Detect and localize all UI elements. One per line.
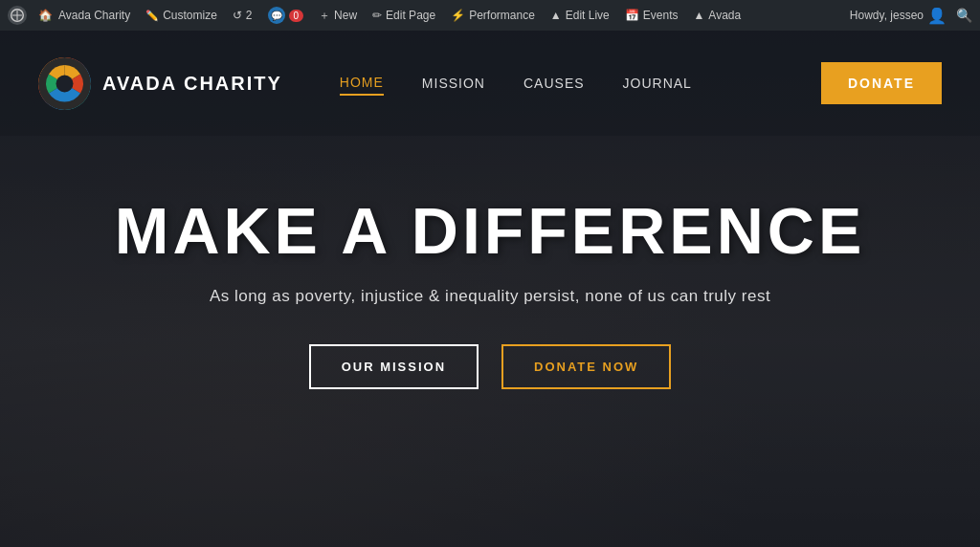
revisions-icon: ↺ xyxy=(233,9,242,22)
comments-badge: 0 xyxy=(289,10,304,22)
admin-bar-events[interactable]: 📅 Events xyxy=(619,0,684,31)
customize-icon: ✏️ xyxy=(145,10,159,22)
admin-bar-edit-page[interactable]: ✏ Edit Page xyxy=(367,0,441,31)
user-avatar-icon: 👤 xyxy=(927,7,947,25)
nav-item-home[interactable]: HOME xyxy=(340,71,384,96)
search-icon[interactable]: 🔍 xyxy=(956,8,972,23)
admin-bar-revisions[interactable]: ↺ 2 xyxy=(227,0,258,31)
events-icon: 📅 xyxy=(625,9,639,22)
comments-icon: 💬 xyxy=(268,7,285,24)
nav-item-mission[interactable]: MISSION xyxy=(422,72,485,95)
admin-bar-site-name[interactable]: 🏠 Avada Charity xyxy=(33,0,136,31)
admin-bar-customize[interactable]: ✏️ Customize xyxy=(140,0,223,31)
logo-icon xyxy=(38,57,91,110)
admin-bar-edit-live[interactable]: ▲ Edit Live xyxy=(545,0,615,31)
donate-button[interactable]: DONATE xyxy=(821,62,942,104)
donate-now-button[interactable]: DONATE NOW xyxy=(501,344,671,389)
hero-title: MAKE A DIFFERENCE xyxy=(115,193,866,268)
hero-subtitle: As long as poverty, injustice & inequali… xyxy=(210,287,770,306)
our-mission-button[interactable]: OUR MISSION xyxy=(309,344,479,389)
admin-bar: 🏠 Avada Charity ✏️ Customize ↺ 2 💬 0 ＋ N… xyxy=(0,0,980,31)
edit-page-icon: ✏ xyxy=(372,9,382,22)
site-container: AVADA CHARITY HOME MISSION CAUSES JOURNA… xyxy=(0,31,980,547)
admin-bar-user[interactable]: Howdy, jesseo 👤 🔍 xyxy=(850,7,972,25)
performance-icon: ⚡ xyxy=(451,9,465,22)
hero-content: MAKE A DIFFERENCE As long as poverty, in… xyxy=(0,136,980,389)
logo-area[interactable]: AVADA CHARITY xyxy=(38,57,282,110)
admin-bar-comments[interactable]: 💬 0 xyxy=(262,0,310,31)
admin-bar-avada[interactable]: ▲ Avada xyxy=(687,0,746,31)
svg-point-2 xyxy=(56,75,74,92)
admin-bar-performance[interactable]: ⚡ Performance xyxy=(445,0,541,31)
nav-item-causes[interactable]: CAUSES xyxy=(523,72,585,95)
navigation: AVADA CHARITY HOME MISSION CAUSES JOURNA… xyxy=(0,31,980,136)
logo-text: AVADA CHARITY xyxy=(102,73,282,95)
nav-menu: HOME MISSION CAUSES JOURNAL xyxy=(340,71,821,96)
site-icon: 🏠 xyxy=(38,9,53,22)
wp-logo[interactable] xyxy=(8,6,27,25)
edit-live-icon: ▲ xyxy=(550,9,562,22)
hero-buttons: OUR MISSION DONATE NOW xyxy=(309,344,672,389)
avada-icon: ▲ xyxy=(693,9,704,22)
new-icon: ＋ xyxy=(319,8,330,24)
nav-item-journal[interactable]: JOURNAL xyxy=(623,72,692,95)
admin-bar-new[interactable]: ＋ New xyxy=(313,0,363,31)
